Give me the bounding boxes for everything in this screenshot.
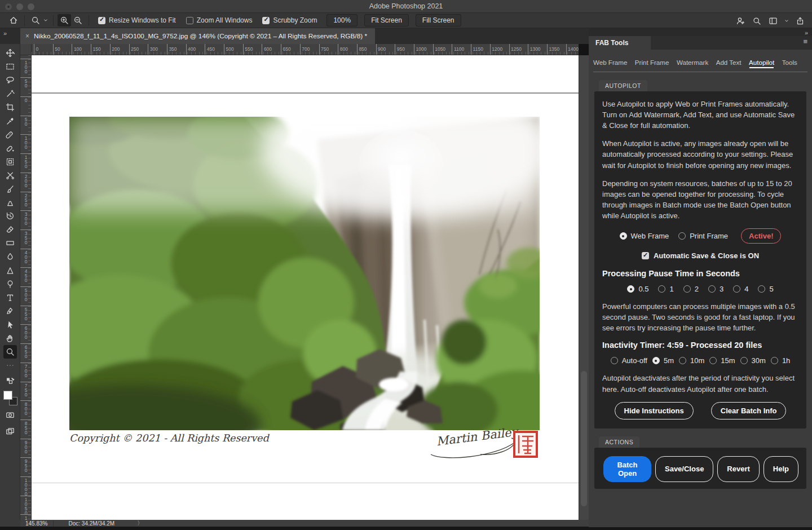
help-button[interactable]: Help bbox=[764, 456, 798, 482]
invite-people-icon[interactable] bbox=[734, 15, 747, 27]
radio-icon[interactable] bbox=[709, 357, 717, 364]
radio-icon[interactable] bbox=[678, 232, 686, 240]
path-selection-tool[interactable] bbox=[3, 318, 17, 332]
clear-batch-info-button[interactable]: Clear Batch Info bbox=[711, 402, 787, 419]
option-checkbox[interactable]: Resize Windows to Fit bbox=[98, 16, 176, 24]
radio-icon[interactable] bbox=[771, 357, 778, 364]
hide-instructions-button[interactable]: Hide Instructions bbox=[615, 402, 694, 419]
panel-menu-icon[interactable]: ≡ bbox=[803, 37, 807, 46]
checked-checkbox-icon[interactable] bbox=[98, 17, 105, 24]
options-button[interactable]: Fit Screen bbox=[364, 14, 409, 26]
options-button[interactable]: Fill Screen bbox=[416, 14, 461, 26]
radio-option-1[interactable]: 1 bbox=[658, 285, 673, 293]
vertical-scrollbar[interactable] bbox=[579, 55, 589, 520]
checked-checkbox-icon[interactable] bbox=[262, 17, 270, 24]
radio-selected-icon[interactable] bbox=[652, 357, 660, 364]
spot-healing-brush-tool[interactable] bbox=[3, 128, 17, 142]
radio-option-print-frame[interactable]: Print Frame bbox=[678, 232, 728, 240]
workspace-icon[interactable] bbox=[767, 15, 779, 27]
color-swatches[interactable] bbox=[3, 391, 17, 405]
collapse-tools-icon[interactable]: » bbox=[3, 30, 6, 37]
eraser-tool[interactable] bbox=[3, 223, 17, 236]
status-chevron-icon[interactable]: 〉 bbox=[122, 519, 143, 527]
brush-tool[interactable] bbox=[3, 182, 17, 196]
rectangular-marquee-tool[interactable] bbox=[3, 60, 17, 73]
eyedropper-tool[interactable] bbox=[3, 114, 17, 127]
pen-tool[interactable] bbox=[3, 304, 17, 318]
crop-tool[interactable] bbox=[3, 100, 17, 114]
option-checkbox[interactable]: Zoom All Windows bbox=[186, 16, 253, 24]
clone-stamp-tool[interactable] bbox=[3, 196, 17, 209]
save-close-button[interactable]: Save/Close bbox=[655, 456, 713, 482]
home-icon[interactable] bbox=[7, 14, 20, 26]
radio-option-3[interactable]: 3 bbox=[708, 285, 723, 293]
zoom-tool-icon[interactable] bbox=[29, 14, 42, 26]
foreground-color[interactable] bbox=[3, 391, 12, 400]
radio-option-30m[interactable]: 30m bbox=[740, 356, 766, 365]
radio-selected-icon[interactable] bbox=[620, 232, 627, 240]
save-close-checkbox[interactable] bbox=[642, 252, 649, 259]
tab-autopilot[interactable]: Autopilot bbox=[749, 59, 774, 67]
scissors-tool[interactable] bbox=[3, 169, 17, 182]
radio-icon[interactable] bbox=[708, 285, 716, 293]
radio-option-5m[interactable]: 5m bbox=[652, 356, 674, 365]
blur-tool[interactable] bbox=[3, 250, 17, 263]
radio-option-2[interactable]: 2 bbox=[683, 285, 699, 293]
hand-tool[interactable] bbox=[3, 332, 17, 345]
share-icon[interactable] bbox=[794, 15, 806, 27]
zoom-tool[interactable] bbox=[3, 345, 17, 359]
object-selection-tool[interactable] bbox=[3, 87, 17, 100]
zoom-in-button[interactable] bbox=[58, 14, 71, 26]
active-badge[interactable]: Active! bbox=[741, 228, 781, 244]
screen-mode-tool[interactable] bbox=[3, 425, 17, 438]
radio-option-5[interactable]: 5 bbox=[758, 285, 773, 293]
tab-tools[interactable]: Tools bbox=[782, 59, 797, 67]
revert-button[interactable]: Revert bbox=[717, 456, 759, 482]
dodge-tool[interactable] bbox=[3, 277, 17, 291]
chevron-down-icon[interactable] bbox=[42, 14, 49, 26]
radio-icon[interactable] bbox=[740, 357, 748, 364]
radio-option-15m[interactable]: 15m bbox=[709, 356, 735, 365]
gradient-tool[interactable] bbox=[3, 236, 17, 250]
radio-icon[interactable] bbox=[758, 285, 765, 293]
zoom-out-button[interactable] bbox=[71, 14, 85, 26]
options-button[interactable]: 100% bbox=[326, 14, 358, 26]
batch-open-button[interactable]: Batch Open bbox=[603, 456, 651, 482]
radio-option-web-frame[interactable]: Web Frame bbox=[620, 232, 669, 240]
tab-add-text[interactable]: Add Text bbox=[716, 59, 742, 67]
radio-option-1h[interactable]: 1h bbox=[771, 356, 790, 365]
fab-tools-tab[interactable]: FAB Tools bbox=[589, 36, 637, 50]
unchecked-checkbox-icon[interactable] bbox=[186, 17, 193, 24]
edit-toolbar-tool[interactable] bbox=[3, 359, 17, 372]
zoom-level-field[interactable]: 145.83% bbox=[20, 520, 54, 527]
radio-icon[interactable] bbox=[683, 285, 691, 293]
swap-colors-tool[interactable] bbox=[3, 374, 17, 388]
document-tab[interactable]: × Nikko_20060528_f_11_1_4s_ISO100_MG_975… bbox=[20, 28, 375, 44]
option-checkbox[interactable]: Scrubby Zoom bbox=[262, 16, 317, 24]
sharpen-tool[interactable] bbox=[3, 264, 17, 277]
radio-option-0.5[interactable]: 0.5 bbox=[627, 285, 648, 293]
radio-icon[interactable] bbox=[658, 285, 665, 293]
radio-selected-icon[interactable] bbox=[627, 285, 634, 293]
radio-option-auto-off[interactable]: Auto-off bbox=[611, 356, 647, 365]
healing-brush-tool[interactable] bbox=[3, 142, 17, 155]
move-tool[interactable] bbox=[3, 46, 17, 60]
tab-watermark[interactable]: Watermark bbox=[677, 59, 708, 67]
radio-icon[interactable] bbox=[611, 357, 618, 364]
type-tool[interactable] bbox=[3, 291, 17, 304]
collapse-panel-icon[interactable]: » bbox=[805, 29, 807, 36]
document-canvas[interactable]: Copyright © 2021 - All Rights Reserved M… bbox=[32, 55, 579, 520]
caret-icon[interactable] bbox=[783, 15, 790, 27]
radio-option-10m[interactable]: 10m bbox=[679, 356, 704, 365]
lasso-tool[interactable] bbox=[3, 73, 17, 87]
radio-icon[interactable] bbox=[679, 357, 686, 364]
radio-icon[interactable] bbox=[733, 285, 740, 293]
history-brush-tool[interactable] bbox=[3, 209, 17, 223]
close-document-icon[interactable]: × bbox=[25, 32, 29, 40]
tab-web-frame[interactable]: Web Frame bbox=[593, 59, 627, 67]
radio-option-4[interactable]: 4 bbox=[733, 285, 748, 293]
search-icon[interactable] bbox=[751, 15, 763, 27]
frame-tool[interactable] bbox=[3, 155, 17, 169]
quick-mask-tool[interactable] bbox=[3, 408, 17, 422]
tab-print-frame[interactable]: Print Frame bbox=[635, 59, 669, 67]
